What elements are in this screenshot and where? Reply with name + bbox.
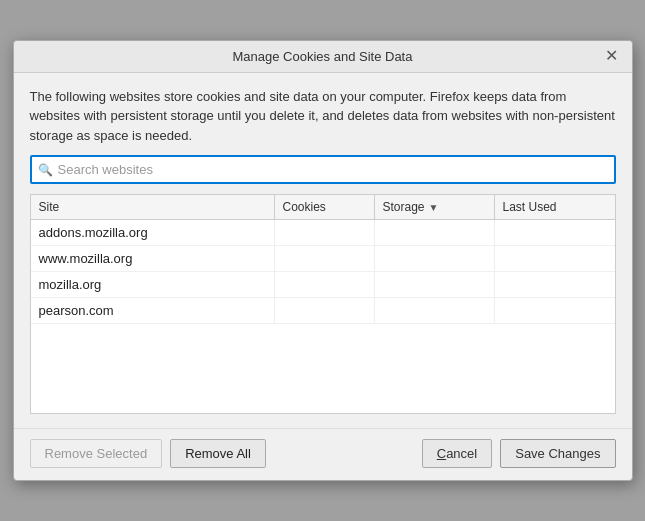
cell-cookies <box>275 246 375 271</box>
cell-last-used <box>495 272 615 297</box>
cell-last-used <box>495 220 615 245</box>
manage-cookies-dialog: Manage Cookies and Site Data ✕ The follo… <box>13 40 633 482</box>
cell-storage <box>375 298 495 323</box>
remove-selected-button[interactable]: Remove Selected <box>30 439 163 468</box>
col-header-site: Site <box>31 195 275 219</box>
table-row[interactable]: www.mozilla.org <box>31 246 615 272</box>
cell-site: pearson.com <box>31 298 275 323</box>
save-changes-button[interactable]: Save Changes <box>500 439 615 468</box>
dialog-title: Manage Cookies and Site Data <box>233 49 413 64</box>
col-header-cookies: Cookies <box>275 195 375 219</box>
right-action-buttons: Cancel Save Changes <box>422 439 616 468</box>
sites-table: Site Cookies Storage ▼ Last Used addons.… <box>30 194 616 414</box>
cell-site: mozilla.org <box>31 272 275 297</box>
title-bar: Manage Cookies and Site Data ✕ <box>14 41 632 73</box>
cell-cookies <box>275 298 375 323</box>
description-text: The following websites store cookies and… <box>30 87 616 146</box>
col-header-last-used: Last Used <box>495 195 615 219</box>
col-header-storage[interactable]: Storage ▼ <box>375 195 495 219</box>
cell-site: www.mozilla.org <box>31 246 275 271</box>
remove-all-button[interactable]: Remove All <box>170 439 266 468</box>
cell-storage <box>375 220 495 245</box>
bottom-bar: Remove Selected Remove All Cancel Save C… <box>14 428 632 480</box>
sort-arrow-icon: ▼ <box>429 202 439 213</box>
table-row[interactable]: addons.mozilla.org <box>31 220 615 246</box>
cancel-button[interactable]: Cancel <box>422 439 492 468</box>
cell-cookies <box>275 220 375 245</box>
table-row[interactable]: mozilla.org <box>31 272 615 298</box>
search-input[interactable] <box>30 155 616 184</box>
dialog-body: The following websites store cookies and… <box>14 73 632 425</box>
left-action-buttons: Remove Selected Remove All <box>30 439 266 468</box>
cell-last-used <box>495 246 615 271</box>
cell-cookies <box>275 272 375 297</box>
table-body: addons.mozilla.org www.mozilla.org mozil… <box>31 220 615 324</box>
cell-storage <box>375 272 495 297</box>
cell-site: addons.mozilla.org <box>31 220 275 245</box>
table-row[interactable]: pearson.com <box>31 298 615 324</box>
cell-storage <box>375 246 495 271</box>
search-container: 🔍 <box>30 155 616 184</box>
cell-last-used <box>495 298 615 323</box>
close-button[interactable]: ✕ <box>601 48 622 64</box>
table-header: Site Cookies Storage ▼ Last Used <box>31 195 615 220</box>
search-icon: 🔍 <box>38 163 53 177</box>
